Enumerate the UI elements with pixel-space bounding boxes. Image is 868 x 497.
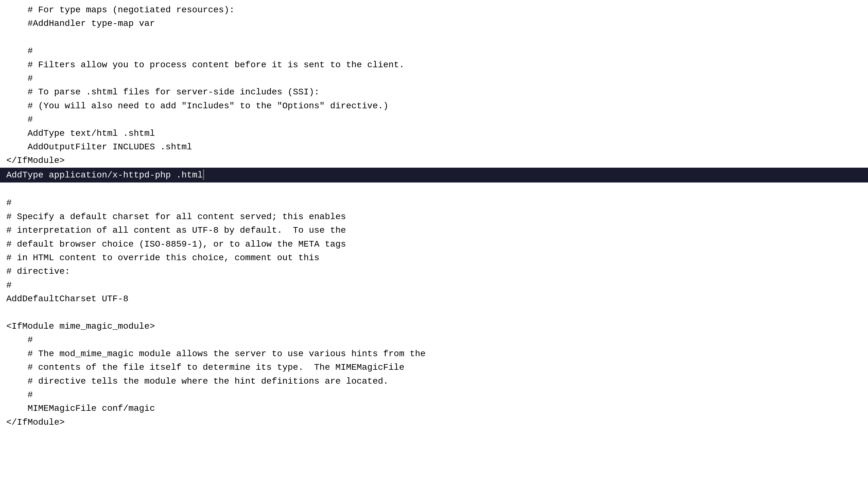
empty-line: [0, 306, 868, 320]
code-line: </IfModule>: [0, 154, 868, 167]
code-line: <IfModule mime_magic_module>: [0, 320, 868, 333]
code-line: # For type maps (negotiated resources):: [0, 3, 868, 17]
code-line: # (You will also need to add "Includes" …: [0, 99, 868, 113]
code-line: #AddHandler type-map var: [0, 17, 868, 30]
code-line: #: [0, 333, 868, 347]
code-line: AddOutputFilter INCLUDES .shtml: [0, 140, 868, 154]
empty-line: [0, 31, 868, 44]
code-line: # default browser choice (ISO-8859-1), o…: [0, 238, 868, 251]
code-line: MIMEMagicFile conf/magic: [0, 402, 868, 415]
code-editor[interactable]: # For type maps (negotiated resources): …: [0, 0, 868, 497]
code-line: # Filters allow you to process content b…: [0, 58, 868, 72]
code-line: # directive tells the module where the h…: [0, 374, 868, 388]
code-content: # For type maps (negotiated resources): …: [0, 3, 868, 429]
code-line: AddDefaultCharset UTF-8: [0, 292, 868, 306]
code-line: # in HTML content to override this choic…: [0, 251, 868, 265]
code-line: #: [0, 72, 868, 85]
code-line: # directive:: [0, 265, 868, 278]
code-line: </IfModule>: [0, 415, 868, 429]
code-line: # contents of the file itself to determi…: [0, 360, 868, 374]
code-line: #: [0, 113, 868, 126]
code-line: #: [0, 279, 868, 292]
code-line: AddType text/html .shtml: [0, 127, 868, 140]
code-line: #: [0, 196, 868, 210]
empty-line: [0, 183, 868, 196]
code-line-highlighted: AddType application/x-httpd-php .html: [0, 168, 868, 183]
code-line: #: [0, 388, 868, 402]
code-line: # Specify a default charset for all cont…: [0, 210, 868, 224]
text-cursor: [203, 169, 204, 180]
code-line: # To parse .shtml files for server-side …: [0, 85, 868, 99]
code-line: # The mod_mime_magic module allows the s…: [0, 347, 868, 360]
code-line: #: [0, 44, 868, 58]
code-line: # interpretation of all content as UTF-8…: [0, 224, 868, 237]
